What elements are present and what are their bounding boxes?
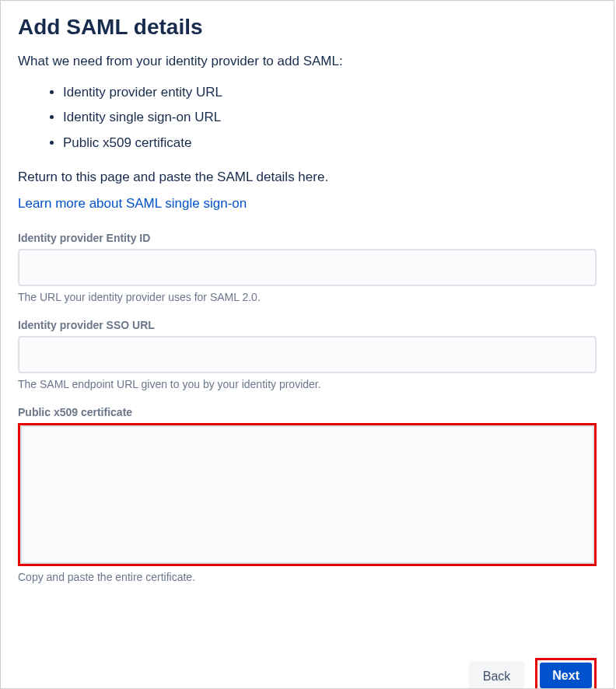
entity-id-field-group: Identity provider Entity ID The URL your… [18,232,597,303]
requirements-list: Identity provider entity URL Identity si… [18,80,597,156]
certificate-field-group: Public x509 certificate Copy and paste t… [18,406,597,583]
sso-url-field-group: Identity provider SSO URL The SAML endpo… [18,319,597,390]
entity-id-label: Identity provider Entity ID [18,232,597,244]
page-title: Add SAML details [18,15,597,40]
next-button-highlight: Next [535,658,597,688]
certificate-label: Public x509 certificate [18,406,597,418]
certificate-textarea[interactable] [20,425,594,564]
next-button[interactable]: Next [540,663,592,688]
learn-more-link[interactable]: Learn more about SAML single sign-on [18,196,247,212]
certificate-helper: Copy and paste the entire certificate. [18,571,597,583]
saml-details-panel: Add SAML details What we need from your … [0,0,614,689]
entity-id-helper: The URL your identity provider uses for … [18,291,597,303]
return-instruction: Return to this page and paste the SAML d… [18,170,597,185]
sso-url-label: Identity provider SSO URL [18,319,597,331]
back-button[interactable]: Back [469,662,525,688]
sso-url-helper: The SAML endpoint URL given to you by yo… [18,378,597,390]
sso-url-input[interactable] [18,336,597,373]
list-item: Identity provider entity URL [63,80,597,105]
list-item: Identity single sign-on URL [63,105,597,130]
entity-id-input[interactable] [18,249,597,286]
list-item: Public x509 certificate [63,131,597,156]
intro-text: What we need from your identity provider… [18,54,597,69]
certificate-highlight [18,423,597,566]
button-row: Back Next [469,658,597,688]
